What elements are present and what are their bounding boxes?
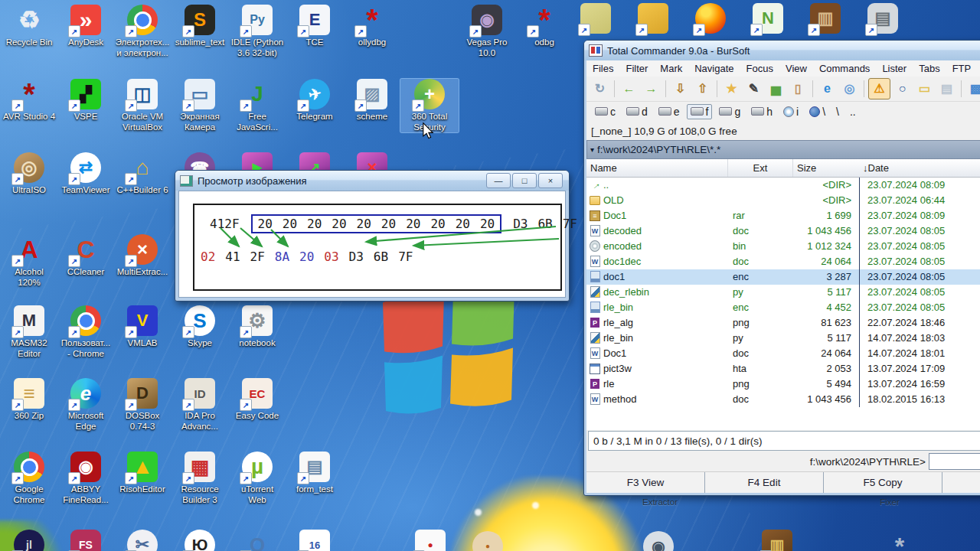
toolbar-button[interactable]: ◎ (839, 79, 860, 99)
minimize-button[interactable]: — (486, 173, 511, 188)
menu-item[interactable]: Mark (654, 63, 688, 74)
file-row[interactable]: doc1 enc 3 287 23.07.2024 08:05 (586, 269, 980, 285)
desktop-icon[interactable]: ▞ ↗ VSPE (57, 79, 115, 122)
desktop-icon[interactable]: Py ↗ IDLE (Python 3.6 32-bit) (228, 5, 286, 58)
desktop-icon[interactable]: ◫ ↗ Oracle VM VirtualBox (113, 79, 172, 132)
file-row[interactable]: doc1dec doc 24 064 23.07.2024 08:05 (586, 254, 980, 269)
desktop-icon[interactable]: ▲ ↗ RisohEditor (113, 452, 172, 495)
column-header[interactable]: ↓ Date (859, 159, 980, 177)
toolbar-button[interactable]: → (641, 79, 662, 99)
menu-item[interactable]: Files (586, 63, 619, 74)
desktop-icon[interactable]: ↗ Пользоват... - Chrome (57, 305, 115, 359)
desktop-icon[interactable]: ↗ (681, 3, 740, 34)
path-bar[interactable]: ▾ f:\work\2024\PYTH\RLE\*.* * ▼ (586, 140, 980, 159)
drive-button[interactable]: .. (846, 104, 860, 119)
toolbar-button[interactable] (864, 80, 864, 97)
file-row[interactable]: decoded doc 1 043 456 23.07.2024 08:05 (586, 223, 980, 239)
toolbar-button[interactable]: ○ (892, 79, 913, 99)
desktop-icon[interactable]: * ↗ AVR Studio 4 (0, 79, 58, 122)
toolbar-button[interactable]: ⇩ (670, 79, 691, 99)
desktop-icon[interactable]: × ↗ MultiExtrac... (113, 234, 172, 278)
toolbar-button[interactable]: ⚠ (868, 78, 890, 99)
toolbar-button[interactable]: ▭ (914, 79, 935, 99)
column-header[interactable]: Ext (728, 159, 793, 177)
drive-button[interactable]: h (747, 104, 776, 119)
toolbar-button[interactable]: ▩ (965, 79, 980, 99)
file-row[interactable]: OLD <DIR> 23.07.2024 06:44 (586, 193, 980, 208)
desktop-icon[interactable]: ✈ ↗ Telegram (286, 79, 344, 122)
desktop-icon[interactable]: S ↗ sublime_text (171, 5, 229, 48)
desktop-icon[interactable]: * ↗ ollydbg (343, 5, 401, 48)
desktop-icon[interactable]: ⇄ ↗ TeamViewer (57, 152, 115, 196)
file-row[interactable]: pict3w hta 2 053 13.07.2024 17:09 (586, 361, 980, 377)
function-key-button[interactable]: F3 View (586, 472, 705, 493)
desktop-icon[interactable]: ◉ ↗ (629, 531, 688, 551)
desktop-icon[interactable]: ▤ ↗ form_test (286, 452, 344, 495)
desktop-icon[interactable]: Q ↗ (228, 530, 286, 551)
desktop-icon[interactable]: S ↗ Skype (171, 305, 229, 349)
file-row[interactable]: Doc1 rar 1 699 23.07.2024 08:09 (586, 208, 980, 223)
desktop-icon[interactable]: ● ↗ (401, 530, 459, 551)
image-viewer-titlebar[interactable]: Просмотр изображения — □ × (175, 171, 569, 191)
command-input[interactable] (929, 453, 980, 470)
menu-item[interactable]: Commands (813, 63, 876, 74)
desktop-icon[interactable]: A ↗ Alcohol 120% (0, 234, 58, 288)
toolbar-button[interactable]: ⇧ (692, 79, 713, 99)
desktop-icon[interactable]: J ↗ Free JavaScri... (228, 79, 286, 132)
desktop-icon[interactable]: ◉ ↗ ABBYY FineRead... (57, 452, 115, 505)
column-header[interactable]: Name (586, 159, 728, 177)
desktop-icon[interactable]: ▨ ↗ scheme (343, 79, 401, 122)
file-row[interactable]: .. <DIR> 23.07.2024 08:09 (586, 178, 980, 193)
desktop-icon[interactable]: µ ↗ uTorrent Web (228, 452, 286, 505)
desktop-icon[interactable]: C ↗ CCleaner (57, 234, 115, 278)
desktop-icon[interactable]: ✂ ↗ (113, 530, 172, 551)
close-button[interactable]: × (538, 173, 563, 188)
maximize-button[interactable]: □ (512, 173, 537, 188)
file-row[interactable]: rle png 5 494 13.07.2024 16:59 (586, 377, 980, 392)
tc-titlebar[interactable]: Total Commander 9.0a - BurSoft (584, 41, 980, 60)
desktop-icon[interactable]: EC ↗ Easy Code (228, 378, 286, 422)
file-row[interactable]: dec_rlebin py 5 117 23.07.2024 08:05 (586, 285, 980, 300)
file-row[interactable]: rle_bin py 5 117 14.07.2024 18:03 (586, 331, 980, 346)
menu-item[interactable]: View (779, 63, 813, 74)
desktop-icon[interactable]: ⌂ ↗ C++Builder 6 (113, 152, 172, 196)
menu-item[interactable]: FTP (946, 63, 978, 74)
desktop-icon[interactable]: e ↗ Microsoft Edge (57, 378, 115, 432)
function-key-button[interactable]: F5 Copy (824, 472, 942, 493)
desktop-icon[interactable]: ID ↗ IDA Pro Advanc... (171, 378, 229, 432)
drive-button[interactable]: c (591, 104, 619, 119)
toolbar-button[interactable]: ← (619, 79, 639, 99)
file-row[interactable]: method doc 1 043 456 18.02.2015 16:13 (586, 392, 980, 407)
desktop-icon[interactable]: ▦ ↗ Resource Builder 3 (171, 452, 229, 505)
desktop-icon[interactable]: * ↗ (871, 531, 929, 551)
desktop-icon[interactable]: ◎ ↗ UltraISO (0, 152, 58, 196)
drive-button[interactable]: g (715, 104, 744, 119)
toolbar-button[interactable]: ↻ (590, 79, 610, 99)
desktop-icon[interactable]: ↗ Электротех... и электрон... (113, 5, 172, 58)
desktop-icon[interactable]: ↗ Google Chrome (0, 452, 58, 505)
menu-item[interactable]: Lister (876, 63, 913, 74)
desktop-icon[interactable]: ▥ ↗ (796, 3, 854, 34)
toolbar-button[interactable] (812, 80, 813, 97)
desktop-icon[interactable]: ▥ ↗ (748, 530, 806, 551)
toolbar-button[interactable]: ★ (721, 79, 742, 99)
toolbar-button[interactable]: ▯ (788, 79, 808, 99)
toolbar-button[interactable] (717, 80, 717, 97)
desktop-icon[interactable]: + ↗ 360 Total Security (400, 79, 459, 132)
desktop-icon[interactable]: ▤ ↗ (854, 3, 912, 34)
toolbar-button[interactable] (614, 80, 615, 97)
menu-item[interactable]: Navigate (688, 63, 740, 74)
desktop-icon[interactable]: 16 ↗ (286, 530, 344, 551)
file-row[interactable]: rle_alg png 81 623 22.07.2024 18:46 (586, 315, 980, 331)
desktop-icon[interactable]: ⚙ ↗ notebook (228, 305, 286, 349)
drive-button[interactable]: d (622, 104, 652, 119)
desktop-icon[interactable]: M ↗ MASM32 Editor (0, 305, 58, 359)
desktop-icon[interactable]: jl ↗ (0, 530, 58, 551)
desktop-icon[interactable]: ↗ (567, 3, 625, 34)
function-key-button[interactable]: F6 Move (942, 472, 980, 493)
drive-button[interactable]: i (779, 104, 802, 119)
desktop-icon[interactable]: ◉ ↗ Vegas Pro 10.0 (458, 5, 516, 58)
desktop-icon[interactable]: FS ↗ (57, 530, 115, 551)
file-row[interactable]: encoded bin 1 012 324 23.07.2024 08:05 (586, 239, 980, 254)
toolbar-button[interactable]: ▤ (936, 79, 957, 99)
